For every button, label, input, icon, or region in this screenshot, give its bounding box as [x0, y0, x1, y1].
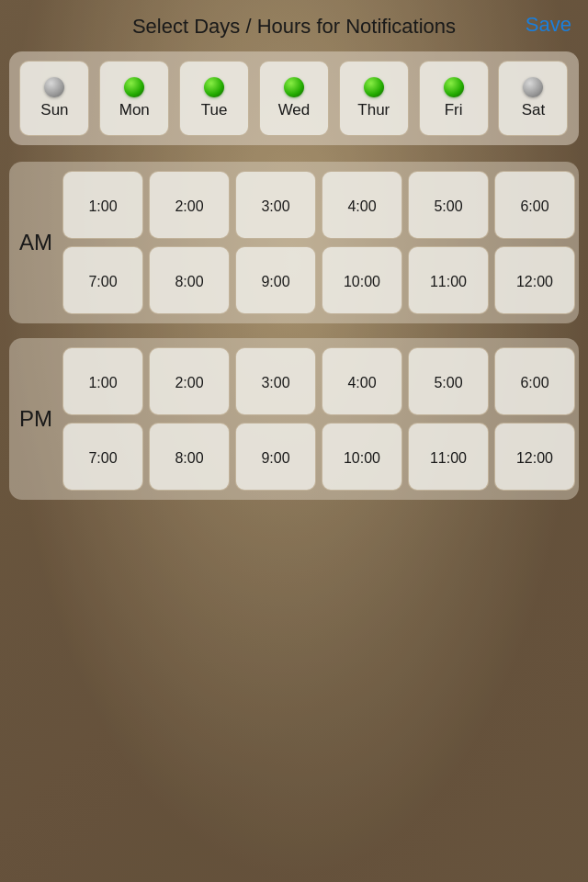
time-btn-200[interactable]: 2:00	[149, 171, 230, 239]
time-btn-600[interactable]: 6:00	[494, 171, 575, 239]
am-row2: 7:00 8:00 9:00 10:00 11:00 12:00	[62, 246, 575, 314]
time-btn-900[interactable]: 9:00	[235, 246, 316, 314]
time-label: 1:00	[88, 375, 117, 391]
time-label: 8:00	[175, 450, 203, 467]
save-button[interactable]: Save	[526, 13, 571, 37]
page-title: Select Days / Hours for Notifications	[9, 0, 579, 51]
pm-label: PM	[15, 406, 57, 432]
time-label: 9:00	[261, 274, 289, 290]
day-btn-thur[interactable]: Thur	[339, 61, 409, 136]
day-btn-tue[interactable]: Tue	[179, 61, 249, 136]
day-dot-wed	[284, 77, 304, 97]
time-label: 6:00	[520, 198, 548, 215]
time-label: 6:00	[520, 375, 548, 391]
time-label: 3:00	[261, 375, 289, 391]
day-label-fri: Fri	[445, 101, 463, 119]
day-label-thur: Thur	[357, 101, 390, 119]
pm-section: PM 1:00 2:00 3:00 4:00 5:00 6:00	[9, 338, 579, 500]
time-btn-1100[interactable]: 11:00	[408, 246, 489, 314]
am-section: AM 1:00 2:00 3:00 4:00 5:00 6:00	[9, 162, 579, 323]
time-label: 10:00	[344, 450, 380, 467]
time-label: 3:00	[261, 198, 289, 215]
time-btn-1100[interactable]: 11:00	[408, 423, 489, 491]
days-section: Sun Mon Tue Wed Thur Fri Sat	[9, 51, 579, 145]
day-btn-sat[interactable]: Sat	[498, 61, 568, 136]
day-dot-fri	[444, 77, 464, 97]
day-label-sat: Sat	[522, 101, 546, 119]
day-dot-sat	[523, 77, 543, 97]
time-label: 12:00	[516, 274, 553, 290]
time-btn-1200[interactable]: 12:00	[494, 423, 575, 491]
time-btn-200[interactable]: 2:00	[149, 347, 230, 415]
day-dot-sun	[44, 77, 64, 97]
time-btn-500[interactable]: 5:00	[408, 171, 489, 239]
time-label: 4:00	[347, 375, 376, 391]
time-btn-800[interactable]: 8:00	[149, 423, 230, 491]
time-btn-1000[interactable]: 10:00	[322, 423, 402, 491]
time-btn-500[interactable]: 5:00	[408, 347, 489, 415]
day-label-mon: Mon	[119, 101, 150, 119]
day-dot-tue	[204, 77, 224, 97]
time-label: 5:00	[434, 198, 462, 215]
day-btn-wed[interactable]: Wed	[259, 61, 329, 136]
time-label: 1:00	[88, 198, 117, 215]
day-label-wed: Wed	[278, 101, 311, 119]
time-label: 5:00	[434, 375, 462, 391]
time-label: 12:00	[516, 450, 553, 467]
time-label: 7:00	[88, 274, 117, 290]
time-btn-100[interactable]: 1:00	[62, 347, 143, 415]
pm-row2: 7:00 8:00 9:00 10:00 11:00 12:00	[62, 423, 575, 491]
am-label: AM	[15, 230, 57, 255]
time-btn-300[interactable]: 3:00	[235, 347, 316, 415]
time-btn-700[interactable]: 7:00	[62, 246, 143, 314]
pm-row1: 1:00 2:00 3:00 4:00 5:00 6:00	[62, 347, 575, 415]
time-label: 9:00	[261, 450, 289, 467]
time-btn-900[interactable]: 9:00	[235, 423, 316, 491]
time-btn-800[interactable]: 8:00	[149, 246, 230, 314]
day-btn-sun[interactable]: Sun	[19, 61, 89, 136]
time-btn-400[interactable]: 4:00	[322, 171, 402, 239]
day-dot-thur	[364, 77, 384, 97]
time-label: 11:00	[430, 450, 467, 467]
time-label: 7:00	[88, 450, 117, 467]
time-label: 8:00	[175, 274, 203, 290]
day-label-sun: Sun	[40, 101, 68, 119]
time-btn-400[interactable]: 4:00	[322, 347, 402, 415]
am-row1: 1:00 2:00 3:00 4:00 5:00 6:00	[62, 171, 575, 239]
day-btn-fri[interactable]: Fri	[419, 61, 489, 136]
time-label: 4:00	[347, 198, 376, 215]
time-btn-700[interactable]: 7:00	[62, 423, 143, 491]
am-times-grid: 1:00 2:00 3:00 4:00 5:00 6:00 7:00	[62, 171, 575, 314]
time-btn-300[interactable]: 3:00	[235, 171, 316, 239]
day-label-tue: Tue	[201, 101, 228, 119]
day-dot-mon	[124, 77, 144, 97]
day-btn-mon[interactable]: Mon	[99, 61, 169, 136]
time-btn-600[interactable]: 6:00	[494, 347, 575, 415]
time-label: 2:00	[175, 375, 203, 391]
time-label: 10:00	[344, 274, 380, 290]
time-btn-1000[interactable]: 10:00	[322, 246, 402, 314]
time-btn-1200[interactable]: 12:00	[494, 246, 575, 314]
time-btn-100[interactable]: 1:00	[62, 171, 143, 239]
time-label: 11:00	[430, 274, 467, 290]
pm-times-grid: 1:00 2:00 3:00 4:00 5:00 6:00 7:00	[62, 347, 575, 491]
time-label: 2:00	[175, 198, 203, 215]
